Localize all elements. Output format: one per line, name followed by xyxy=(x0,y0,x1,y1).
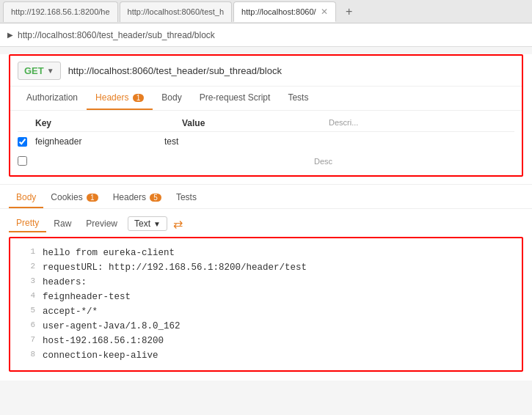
header-row-0-checkbox[interactable] xyxy=(18,137,27,147)
line-number-1: 2 xyxy=(21,260,35,275)
line-number-7: 8 xyxy=(21,348,35,363)
request-tabs: Authorization Headers 1 Body Pre-request… xyxy=(10,87,522,111)
line-content-6: host-192.168.56.1:8200 xyxy=(43,334,511,348)
breadcrumb-bar: ▶ http://localhost:8060/test_header/sub_… xyxy=(0,23,532,47)
line-number-0: 1 xyxy=(21,246,35,260)
close-tab-3-button[interactable]: ✕ xyxy=(321,7,328,17)
header-new-row: Desc xyxy=(18,151,514,171)
body-line-7: 8connection-keep-alive xyxy=(21,348,511,363)
resp-tab-body-label: Body xyxy=(16,192,36,202)
resp-tab-body[interactable]: Body xyxy=(9,188,43,208)
line-content-0: hello from eureka-client xyxy=(43,246,511,260)
format-type-selector[interactable]: Text ▼ xyxy=(128,216,167,231)
request-url-row: GET ▼ http://localhost:8060/test_header/… xyxy=(10,56,522,87)
browser-tab-2-label: http://localhost:8060/test_h xyxy=(128,7,224,16)
line-number-6: 7 xyxy=(21,334,35,348)
format-type-label: Text xyxy=(134,218,150,229)
fmt-tab-preview[interactable]: Preview xyxy=(79,216,125,232)
key-column-header: Key xyxy=(35,118,182,128)
tab-body[interactable]: Body xyxy=(153,87,190,110)
resp-tab-tests-label: Tests xyxy=(176,192,197,202)
resp-tab-cookies[interactable]: Cookies 1 xyxy=(43,188,105,208)
headers-table-header: Key Value Descri... xyxy=(18,115,514,132)
header-row-0-key: feignheader xyxy=(35,136,164,147)
tab-authorization-label: Authorization xyxy=(26,92,78,103)
browser-tab-3-label: http://localhost:8060/ xyxy=(241,7,316,16)
body-line-0: 1hello from eureka-client xyxy=(21,246,511,260)
wrap-icon[interactable]: ⇄ xyxy=(173,217,183,231)
tab-pre-request-label: Pre-request Script xyxy=(200,92,271,103)
resp-tab-headers[interactable]: Headers 5 xyxy=(106,188,169,208)
body-line-4: 5accept-*/* xyxy=(21,304,511,319)
line-content-7: connection-keep-alive xyxy=(43,348,511,363)
header-row-0-value: test xyxy=(164,136,311,147)
tab-authorization[interactable]: Authorization xyxy=(18,87,87,110)
format-tabs: Pretty Raw Preview Text ▼ ⇄ xyxy=(9,215,523,232)
browser-tabs-bar: http://192.168.56.1:8200/he http://local… xyxy=(0,0,532,23)
desc-column-header: Descri... xyxy=(329,118,514,128)
headers-table: Key Value Descri... feignheader test Des… xyxy=(10,111,522,175)
fmt-tab-pretty[interactable]: Pretty xyxy=(9,215,46,232)
headers-badge: 1 xyxy=(133,94,145,102)
value-column-header: Value xyxy=(182,118,329,128)
body-line-1: 2requestURL: http://192.168.56.1:8200/he… xyxy=(21,260,511,275)
resp-tab-tests[interactable]: Tests xyxy=(169,188,204,208)
line-content-2: headers: xyxy=(43,275,511,290)
main-content: GET ▼ http://localhost:8060/test_header/… xyxy=(0,54,532,381)
browser-tab-2[interactable]: http://localhost:8060/test_h xyxy=(120,1,232,22)
breadcrumb-arrow-icon: ▶ xyxy=(7,31,13,39)
request-url: http://localhost:8060/test_header/sub_th… xyxy=(68,65,282,76)
browser-tab-1[interactable]: http://192.168.56.1:8200/he xyxy=(3,1,118,22)
header-new-checkbox[interactable] xyxy=(18,156,27,166)
line-content-1: requestURL: http://192.168.56.1:8200/hea… xyxy=(43,260,511,275)
line-number-2: 3 xyxy=(21,275,35,290)
line-number-5: 6 xyxy=(21,319,35,334)
line-number-4: 5 xyxy=(21,304,35,319)
tab-tests[interactable]: Tests xyxy=(279,87,317,110)
breadcrumb-url: http://localhost:8060/test_header/sub_th… xyxy=(18,30,215,40)
request-section: GET ▼ http://localhost:8060/test_header/… xyxy=(9,54,523,177)
header-row-0: feignheader test xyxy=(18,132,514,151)
add-tab-button[interactable]: + xyxy=(340,3,358,21)
response-tabs-bar: Body Cookies 1 Headers 5 Tests xyxy=(0,184,532,209)
fmt-tab-raw[interactable]: Raw xyxy=(46,216,79,232)
tab-headers-label: Headers xyxy=(95,92,128,103)
resp-tab-cookies-label: Cookies xyxy=(51,192,82,202)
body-line-3: 4feignheader-test xyxy=(21,290,511,304)
body-line-6: 7host-192.168.56.1:8200 xyxy=(21,334,511,348)
tab-tests-label: Tests xyxy=(288,92,308,103)
browser-tab-1-label: http://192.168.56.1:8200/he xyxy=(11,7,110,16)
body-line-5: 6user-agent-Java/1.8.0_162 xyxy=(21,319,511,334)
tab-body-label: Body xyxy=(161,92,181,103)
body-line-2: 3headers: xyxy=(21,275,511,290)
header-row-0-checkbox-cell xyxy=(18,137,35,147)
line-content-3: feignheader-test xyxy=(43,290,511,304)
tab-headers[interactable]: Headers 1 xyxy=(87,87,153,110)
browser-tab-3[interactable]: http://localhost:8060/ ✕ xyxy=(233,1,336,22)
tab-pre-request-script[interactable]: Pre-request Script xyxy=(191,87,280,110)
format-type-chevron-icon: ▼ xyxy=(153,220,161,228)
resp-tab-headers-label: Headers xyxy=(113,192,146,202)
response-body-content: 1hello from eureka-client2requestURL: ht… xyxy=(9,237,523,372)
line-content-5: user-agent-Java/1.8.0_162 xyxy=(43,319,511,334)
line-content-4: accept-*/* xyxy=(43,304,511,319)
header-new-checkbox-cell xyxy=(18,156,35,166)
method-label: GET xyxy=(24,65,44,76)
resp-cookies-badge: 1 xyxy=(87,194,98,202)
resp-headers-badge: 5 xyxy=(150,194,161,202)
desc-placeholder-label: Desc xyxy=(314,157,332,166)
method-chevron-icon: ▼ xyxy=(47,67,54,75)
response-body-section: Pretty Raw Preview Text ▼ ⇄ 1hello from … xyxy=(0,209,532,381)
method-selector[interactable]: GET ▼ xyxy=(18,62,61,80)
line-number-3: 4 xyxy=(21,290,35,304)
